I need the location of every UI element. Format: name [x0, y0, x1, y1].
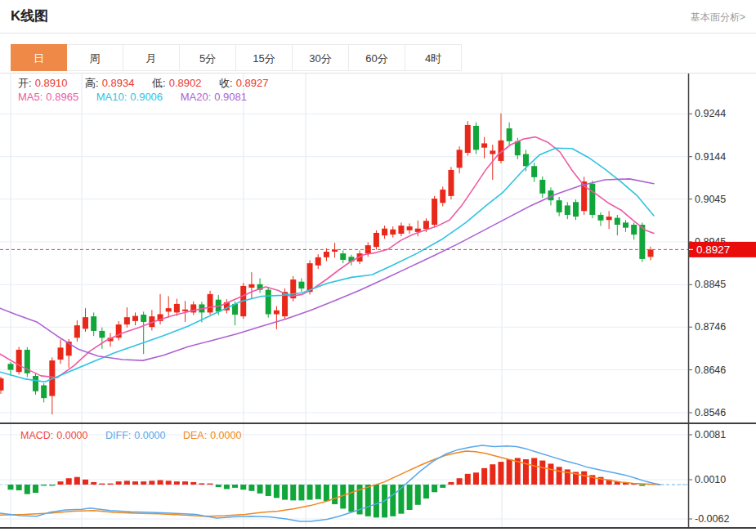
price-tick-label: 0.8746	[695, 321, 726, 333]
ma20-value: 0.9081	[214, 91, 247, 103]
period-tab-bar: 日周月5分15分30分60分4时	[11, 44, 462, 71]
kline-widget: K线图 基本面分析> 日周月5分15分30分60分4时 0.92440.9144…	[0, 0, 756, 532]
current-price-badge-value: 0.8927	[696, 244, 730, 256]
low-label: 低:	[152, 77, 166, 89]
tab-4时[interactable]: 4时	[405, 44, 462, 71]
page-title: K线图	[11, 7, 48, 25]
ma20-label: MA20:	[181, 91, 212, 103]
macd-value: 0.0000	[56, 430, 87, 441]
ma5-label: MA5:	[18, 91, 42, 103]
price-tick-label: 0.8546	[695, 407, 726, 418]
ma-legend: MA5:0.8965 MA10:0.9006 MA20:0.9081	[18, 91, 250, 103]
macd-tick-label: -0.0062	[695, 513, 729, 525]
macd-tick-label: 0.0081	[695, 429, 726, 440]
price-tick-label: 0.9144	[695, 151, 726, 163]
close-label: 收:	[219, 77, 233, 89]
fundamental-analysis-link[interactable]: 基本面分析>	[691, 11, 745, 25]
dea-value: 0.0000	[210, 430, 241, 441]
open-value: 0.8910	[35, 77, 68, 89]
macd-legend: MACD:0.0000 DIFF:0.0000 DEA:0.0000	[20, 430, 244, 441]
header-divider	[0, 33, 756, 34]
diff-label: DIFF:	[105, 430, 131, 441]
tab-5分[interactable]: 5分	[180, 44, 236, 71]
diff-value: 0.0000	[134, 430, 165, 441]
price-tick-label: 0.8646	[695, 364, 726, 376]
macd-tick-label: 0.0010	[695, 474, 726, 485]
open-label: 开:	[18, 77, 32, 89]
tab-日[interactable]: 日	[11, 44, 67, 71]
close-value: 0.8927	[236, 77, 269, 89]
tab-月[interactable]: 月	[123, 44, 180, 71]
candlestick-chart: 0.92440.91440.90450.89450.88450.87460.86…	[0, 73, 756, 532]
tab-60分[interactable]: 60分	[349, 44, 405, 71]
tab-30分[interactable]: 30分	[293, 44, 349, 71]
low-value: 0.8902	[169, 77, 202, 89]
ma5-value: 0.8965	[46, 91, 78, 103]
price-tick-label: 0.9045	[695, 194, 726, 205]
high-value: 0.8934	[102, 77, 135, 89]
macd-label: MACD:	[20, 430, 53, 441]
tab-15分[interactable]: 15分	[236, 44, 293, 71]
ma10-value: 0.9006	[130, 91, 163, 103]
dea-label: DEA:	[183, 430, 207, 441]
price-tick-label: 0.9244	[695, 108, 726, 119]
tab-周[interactable]: 周	[67, 44, 123, 71]
ma10-label: MA10:	[96, 91, 127, 103]
ohlc-legend: 开:0.8910 高:0.8934 低:0.8902 收:0.8927	[18, 76, 271, 91]
price-tick-label: 0.8845	[695, 279, 726, 290]
high-label: 高:	[85, 77, 99, 89]
